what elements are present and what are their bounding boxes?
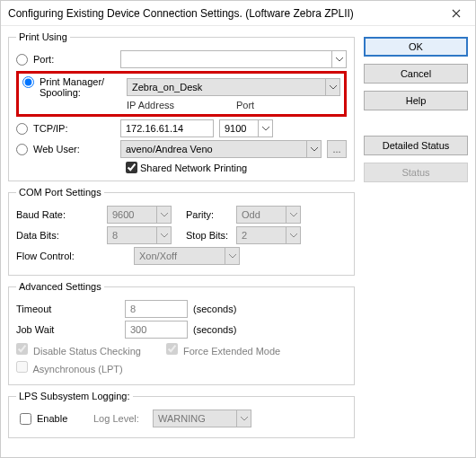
jobwait-label: Job Wait — [16, 324, 119, 335]
radio-print-manager[interactable] — [22, 76, 34, 88]
advanced-group: Advanced Settings Timeout 8 (seconds) Jo… — [8, 281, 355, 385]
lps-enable-check[interactable]: Enable — [16, 410, 88, 427]
detailed-status-button[interactable]: Detailed Status — [364, 136, 468, 155]
close-icon — [452, 9, 461, 18]
window-title: Configuring Existing Device Connection S… — [8, 7, 354, 20]
chevron-down-icon — [258, 120, 272, 137]
ip-address-label: IP Address — [127, 100, 236, 110]
shared-network-checkbox[interactable] — [126, 162, 137, 173]
lps-legend: LPS Subsystem Logging: — [16, 391, 133, 401]
status-button[interactable]: Status — [364, 163, 468, 182]
radio-tcpip[interactable] — [16, 123, 28, 135]
chevron-down-icon — [306, 141, 321, 157]
dialog-window: Configuring Existing Device Connection S… — [0, 0, 476, 458]
print-manager-highlight: Print Manager/ Spooling: Zebra_on_Desk I… — [16, 71, 347, 117]
radio-port-label[interactable]: Port: — [16, 54, 115, 66]
timeout-input[interactable]: 8 — [125, 300, 188, 318]
data-bits-label: Data Bits: — [16, 230, 101, 241]
radio-tcpip-label[interactable]: TCP/IP: — [16, 123, 115, 135]
force-extended-checkbox[interactable] — [166, 343, 178, 355]
titlebar: Configuring Existing Device Connection S… — [1, 1, 475, 26]
flow-control-label: Flow Control: — [16, 251, 101, 261]
radio-port[interactable] — [16, 54, 28, 66]
web-user-dropdown[interactable]: aveno/Andrea Veno — [120, 140, 322, 158]
chevron-down-icon — [286, 207, 300, 223]
radio-web-user[interactable] — [16, 144, 28, 155]
parity-label: Parity: — [186, 209, 231, 220]
radio-web-user-label[interactable]: Web User: — [16, 144, 115, 155]
force-extended-check[interactable]: Force Extended Mode — [166, 343, 280, 357]
com-port-group: COM Port Settings Baud Rate: 9600 Parity… — [8, 187, 355, 276]
chevron-down-icon — [325, 79, 339, 95]
chevron-down-icon — [156, 227, 171, 243]
jobwait-input[interactable]: 300 — [125, 321, 188, 339]
stop-bits-dropdown[interactable]: 2 — [236, 226, 301, 244]
print-using-legend: Print Using — [16, 31, 70, 42]
async-lpt-checkbox[interactable] — [16, 361, 28, 373]
web-user-browse-button[interactable]: ... — [327, 140, 347, 158]
flow-control-dropdown[interactable]: Xon/Xoff — [134, 247, 240, 265]
port-dropdown[interactable] — [120, 50, 347, 68]
help-button[interactable]: Help — [364, 91, 468, 110]
tcpip-ip-input[interactable]: 172.16.61.14 — [120, 119, 214, 137]
print-using-group: Print Using Port: — [8, 31, 355, 181]
chevron-down-icon — [236, 410, 251, 427]
cancel-button[interactable]: Cancel — [364, 64, 468, 84]
com-port-legend: COM Port Settings — [16, 187, 104, 198]
chevron-down-icon — [156, 207, 171, 223]
disable-status-check[interactable]: Disable Status Checking — [16, 343, 141, 357]
chevron-down-icon — [331, 51, 346, 67]
radio-print-manager-label[interactable]: Print Manager/ Spooling: — [22, 76, 121, 98]
timeout-label: Timeout — [16, 304, 119, 314]
lps-enable-checkbox[interactable] — [20, 413, 31, 425]
data-bits-dropdown[interactable]: 8 — [107, 226, 172, 244]
disable-status-checkbox[interactable] — [16, 343, 28, 355]
tcpip-port-dropdown[interactable]: 9100 — [219, 119, 273, 137]
port-label: Port — [236, 100, 254, 110]
close-button[interactable] — [437, 1, 475, 26]
log-level-dropdown[interactable]: WARNING — [153, 410, 251, 427]
print-manager-dropdown[interactable]: Zebra_on_Desk — [127, 78, 340, 96]
parity-dropdown[interactable]: Odd — [236, 206, 301, 224]
stop-bits-label: Stop Bits: — [186, 230, 231, 241]
advanced-legend: Advanced Settings — [16, 281, 104, 292]
timeout-units: (seconds) — [193, 304, 236, 314]
log-level-label: Log Level: — [93, 413, 147, 424]
lps-group: LPS Subsystem Logging: Enable Log Level:… — [8, 391, 355, 438]
jobwait-units: (seconds) — [193, 324, 236, 335]
shared-network-label: Shared Network Printing — [140, 163, 247, 173]
chevron-down-icon — [225, 248, 239, 264]
baud-rate-label: Baud Rate: — [16, 209, 101, 220]
chevron-down-icon — [286, 227, 300, 243]
async-lpt-check[interactable]: Asynchronous (LPT) — [16, 361, 123, 374]
baud-rate-dropdown[interactable]: 9600 — [107, 206, 172, 224]
ok-button[interactable]: OK — [364, 37, 468, 57]
